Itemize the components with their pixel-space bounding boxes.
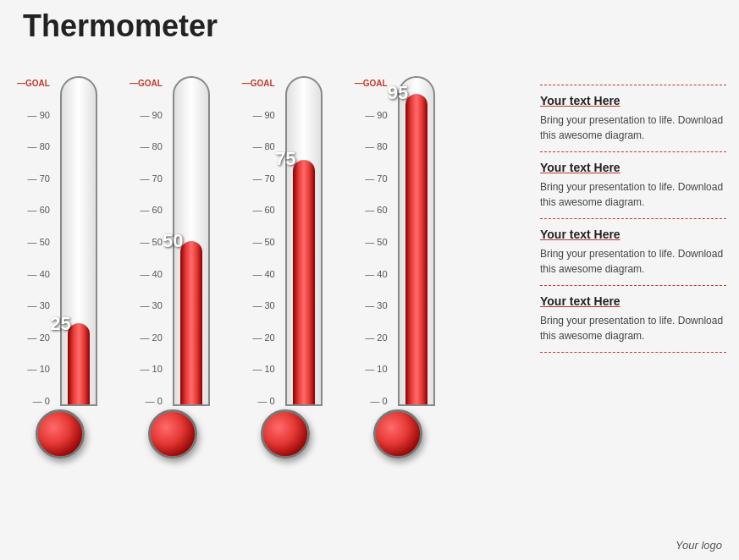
thermo-tube-4: [398, 76, 435, 406]
info-text-1: Bring your presentation to life. Downloa…: [540, 113, 726, 143]
info-text-3: Bring your presentation to life. Downloa…: [540, 246, 726, 277]
info-panel: Your text Here Bring your presentation t…: [540, 85, 726, 353]
thermo-bulb-container-4: [368, 404, 427, 464]
thermo-body-1: [53, 76, 104, 406]
goal-label-4: —GOAL: [355, 80, 388, 88]
thermo-value-1: 25: [50, 313, 70, 335]
thermo-bulb-container-1: [30, 404, 90, 464]
thermo-bulb-container-3: [256, 404, 315, 464]
thermo-value-4: 95: [388, 82, 408, 104]
info-heading-2: Your text Here: [540, 161, 726, 174]
info-text-4: Bring your presentation to life. Downloa…: [540, 313, 726, 343]
goal-label: —GOAL: [17, 80, 50, 88]
info-block-3: Your text Here Bring your presentation t…: [540, 219, 726, 286]
info-block-4: Your text Here Bring your presentation t…: [540, 286, 726, 353]
info-heading-3: Your text Here: [540, 228, 726, 241]
thermo-tube-1: [60, 76, 97, 406]
thermo-value-2: 50: [163, 230, 183, 252]
thermo-value-3: 75: [275, 148, 295, 170]
info-block-1: Your text Here Bring your presentation t…: [540, 85, 726, 152]
info-text-2: Bring your presentation to life. Downloa…: [540, 179, 726, 210]
info-block-2: Your text Here Bring your presentation t…: [540, 152, 726, 219]
goal-label-2: —GOAL: [130, 80, 163, 88]
thermo-fill-2: [180, 241, 202, 404]
thermometer-4: —GOAL — 90 — 80 — 70 — 60 — 50 — 40 — 30…: [355, 68, 442, 464]
goal-label-3: —GOAL: [242, 80, 275, 88]
thermo-body-4: [391, 76, 442, 406]
thermo-fill-3: [293, 160, 315, 405]
thermo-body-3: [279, 76, 329, 406]
thermo-bulb-2: [148, 409, 197, 458]
thermometers-area: —GOAL — 90 — 80 — 70 — 60 — 50 — 40 — 30…: [17, 68, 442, 464]
page-title: Thermometer: [23, 8, 218, 44]
thermo-bulb-1: [36, 409, 85, 458]
thermo-bulb-container-2: [143, 404, 202, 464]
info-heading-1: Your text Here: [540, 94, 726, 107]
info-heading-4: Your text Here: [540, 294, 726, 308]
scale-labels-3: —GOAL — 90 — 80 — 70 — 60 — 50 — 40 — 30…: [242, 68, 275, 406]
thermo-fill-1: [68, 323, 90, 405]
thermometer-2: —GOAL — 90 — 80 — 70 — 60 — 50 — 40 — 30…: [130, 68, 217, 464]
thermo-bulb-4: [373, 409, 422, 458]
thermometer-1: —GOAL — 90 — 80 — 70 — 60 — 50 — 40 — 30…: [17, 68, 104, 464]
thermometer-3: —GOAL — 90 — 80 — 70 — 60 — 50 — 40 — 30…: [242, 68, 329, 464]
thermo-tube-3: [285, 76, 323, 406]
scale-labels-1: —GOAL — 90 — 80 — 70 — 60 — 50 — 40 — 30…: [17, 68, 50, 406]
scale-labels-4: —GOAL — 90 — 80 — 70 — 60 — 50 — 40 — 30…: [355, 68, 388, 406]
thermo-bulb-3: [261, 409, 310, 458]
thermo-fill-4: [405, 94, 427, 404]
logo: Your logo: [676, 539, 722, 552]
scale-labels-2: —GOAL — 90 — 80 — 70 — 60 — 50 — 40 — 30…: [130, 68, 163, 406]
